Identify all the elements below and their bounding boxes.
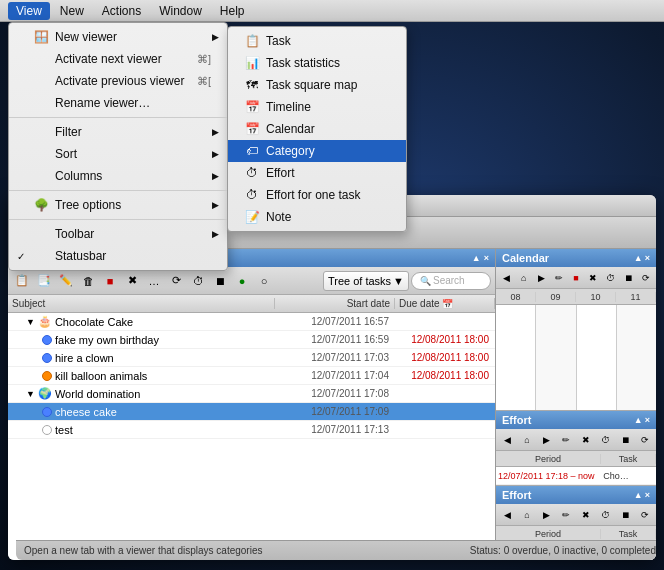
task-clock-btn[interactable]: ⏱ — [188, 271, 208, 291]
menu-rename-viewer[interactable]: Rename viewer… — [9, 92, 227, 114]
menu-view[interactable]: View — [8, 2, 50, 20]
effort-edit-1[interactable]: ✏ — [557, 430, 576, 450]
menu-statusbar[interactable]: Statusbar — [9, 245, 227, 267]
task-del2-btn[interactable]: ✖ — [122, 271, 142, 291]
cal-home-btn[interactable]: ⌂ — [515, 268, 531, 288]
effort-home-2[interactable]: ⌂ — [518, 505, 537, 525]
task-refresh-btn[interactable]: ⟳ — [166, 271, 186, 291]
task-red-btn[interactable]: ■ — [100, 271, 120, 291]
effort-clock-1[interactable]: ⏱ — [596, 430, 615, 450]
effort-col-headers-1: Period Task — [496, 451, 656, 467]
effort-close-1[interactable]: × — [645, 415, 650, 425]
sm-task[interactable]: 📋 Task — [228, 30, 406, 52]
cal-red-btn[interactable]: ■ — [568, 268, 584, 288]
activate-prev-shortcut: ⌘[ — [197, 75, 211, 88]
task-stop-btn[interactable]: ⏹ — [210, 271, 230, 291]
task-start: 12/07/2011 17:04 — [273, 370, 393, 381]
sep1 — [9, 117, 227, 118]
effort-close-2[interactable]: × — [645, 490, 650, 500]
sm-calendar[interactable]: 📅 Calendar — [228, 118, 406, 140]
effort-section-1: Effort ▲ × ◀ ⌂ ▶ ✏ ✖ ⏱ ⏹ ⟳ P — [496, 410, 656, 485]
task-row[interactable]: test 12/07/2011 17:13 — [8, 421, 495, 439]
menu-activate-next[interactable]: Activate next viewer ⌘] — [9, 48, 227, 70]
sm-category[interactable]: 🏷 Category — [228, 140, 406, 162]
toolbar-label: Toolbar — [55, 227, 94, 241]
effort-del-1[interactable]: ✖ — [577, 430, 596, 450]
activate-next-label: Activate next viewer — [55, 52, 162, 66]
task-del-btn[interactable]: 🗑 — [78, 271, 98, 291]
task-status-icon — [42, 353, 52, 363]
tasks-panel-collapse[interactable]: ▲ — [472, 253, 481, 263]
effort-del-2[interactable]: ✖ — [577, 505, 596, 525]
task-row[interactable]: fake my own birthday 12/07/2011 16:59 12… — [8, 331, 495, 349]
activate-next-icon — [33, 51, 49, 67]
menu-sort[interactable]: Sort — [9, 143, 227, 165]
menu-activate-prev[interactable]: Activate previous viewer ⌘[ — [9, 70, 227, 92]
cal-close[interactable]: × — [645, 253, 650, 263]
effort-next-2[interactable]: ▶ — [537, 505, 556, 525]
effort-collapse-1[interactable]: ▲ — [634, 415, 643, 425]
menu-filter[interactable]: Filter — [9, 121, 227, 143]
effort-home-1[interactable]: ⌂ — [518, 430, 537, 450]
cal-edit-btn[interactable]: ✏ — [550, 268, 566, 288]
effort-title-1: Effort — [502, 414, 531, 426]
effort-edit-2[interactable]: ✏ — [557, 505, 576, 525]
sm-effort[interactable]: ⏱ Effort — [228, 162, 406, 184]
effort-stop-2[interactable]: ⏹ — [616, 505, 635, 525]
filter-icon — [33, 124, 49, 140]
sm-task-statistics-label: Task statistics — [266, 56, 340, 70]
menu-new-viewer[interactable]: 🪟 New viewer 📋 Task 📊 Task statistics 🗺 … — [9, 26, 227, 48]
effort-toolbar-1: ◀ ⌂ ▶ ✏ ✖ ⏱ ⏹ ⟳ — [496, 429, 656, 451]
effort-stop-1[interactable]: ⏹ — [616, 430, 635, 450]
task-row[interactable]: cheese cake 12/07/2011 17:09 — [8, 403, 495, 421]
task-status-icon — [42, 335, 52, 345]
menu-help[interactable]: Help — [212, 2, 253, 20]
cal-prev-btn[interactable]: ◀ — [498, 268, 514, 288]
task-row[interactable]: kill balloon animals 12/07/2011 17:04 12… — [8, 367, 495, 385]
tasks-panel-pin[interactable]: × — [484, 253, 489, 263]
task-sub-btn[interactable]: 📑 — [34, 271, 54, 291]
sort-label: Sort — [55, 147, 77, 161]
task-icon: 📋 — [244, 33, 260, 49]
sm-timeline[interactable]: 📅 Timeline — [228, 96, 406, 118]
task-square-map-icon: 🗺 — [244, 77, 260, 93]
task-row[interactable]: ▼ 🎂 Chocolate Cake 12/07/2011 16:57 — [8, 313, 495, 331]
effort-prev-2[interactable]: ◀ — [498, 505, 517, 525]
task-edit-btn[interactable]: ✏️ — [56, 271, 76, 291]
cal-del-btn[interactable]: ✖ — [585, 268, 601, 288]
effort-refresh-1[interactable]: ⟳ — [635, 430, 654, 450]
sm-task-square-map[interactable]: 🗺 Task square map — [228, 74, 406, 96]
search-box[interactable]: 🔍 Search — [411, 272, 491, 290]
cal-clock-btn[interactable]: ⏱ — [603, 268, 619, 288]
menu-window[interactable]: Window — [151, 2, 210, 20]
effort-refresh-2[interactable]: ⟳ — [635, 505, 654, 525]
task-new-btn[interactable]: 📋 — [12, 271, 32, 291]
tree-selector[interactable]: Tree of tasks ▼ — [323, 271, 409, 291]
task-row[interactable]: ▼ 🌍 World domination 12/07/2011 17:08 — [8, 385, 495, 403]
sm-effort-one-task[interactable]: ⏱ Effort for one task — [228, 184, 406, 206]
effort-row-1[interactable]: 12/07/2011 17:18 – now Cho… — [496, 467, 656, 485]
effort-prev-1[interactable]: ◀ — [498, 430, 517, 450]
menu-columns[interactable]: Columns — [9, 165, 227, 187]
cal-collapse[interactable]: ▲ — [634, 253, 643, 263]
effort-collapse-2[interactable]: ▲ — [634, 490, 643, 500]
cal-refresh-btn[interactable]: ⟳ — [638, 268, 654, 288]
effort-clock-2[interactable]: ⏱ — [596, 505, 615, 525]
sm-note[interactable]: 📝 Note — [228, 206, 406, 228]
task-more-btn[interactable]: … — [144, 271, 164, 291]
task-circle-btn[interactable]: ○ — [254, 271, 274, 291]
task-subject: cheese cake — [10, 406, 273, 418]
menu-new[interactable]: New — [52, 2, 92, 20]
menu-toolbar[interactable]: Toolbar — [9, 223, 227, 245]
effort-next-1[interactable]: ▶ — [537, 430, 556, 450]
sm-task-statistics[interactable]: 📊 Task statistics — [228, 52, 406, 74]
menu-actions[interactable]: Actions — [94, 2, 149, 20]
task-row[interactable]: hire a clown 12/07/2011 17:03 12/08/2011… — [8, 349, 495, 367]
task-start: 12/07/2011 16:59 — [273, 334, 393, 345]
columns-icon — [33, 168, 49, 184]
col-subject: Subject — [8, 298, 275, 309]
cal-stop-btn[interactable]: ⏹ — [620, 268, 636, 288]
menu-tree-options[interactable]: 🌳 Tree options — [9, 194, 227, 216]
cal-next-btn[interactable]: ▶ — [533, 268, 549, 288]
task-green-btn[interactable]: ● — [232, 271, 252, 291]
